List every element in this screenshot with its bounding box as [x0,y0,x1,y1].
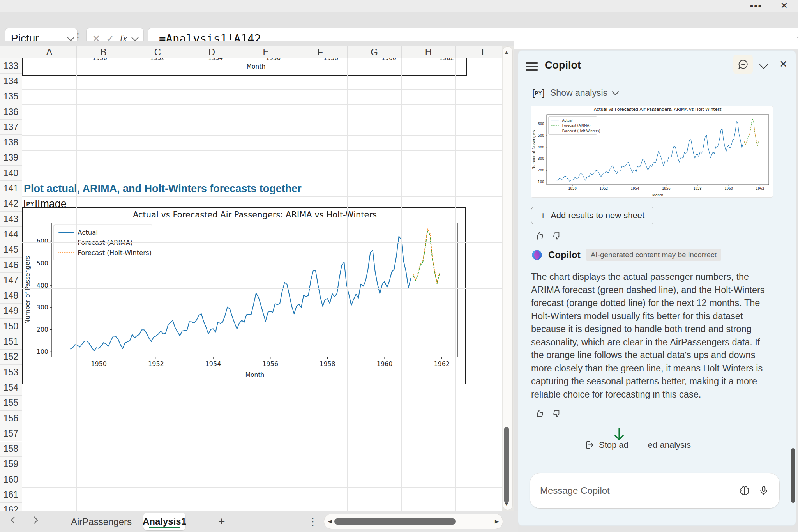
column-header-e[interactable]: E [239,46,293,58]
row-header-158[interactable]: 158 [0,442,22,457]
svg-text:300: 300 [36,304,48,311]
row-header-136[interactable]: 136 [0,104,22,120]
scroll-left-icon[interactable]: ◀ [328,518,332,524]
row-header-150[interactable]: 150 [0,319,22,334]
next-sheet-icon[interactable] [32,517,37,524]
gridline [22,411,502,411]
column-header-c[interactable]: C [131,46,185,58]
ai-disclaimer-badge: AI-generated content may be incorrect [586,249,721,261]
row-header-133[interactable]: 133 [0,58,22,74]
gridline [22,457,502,457]
row-header-152[interactable]: 152 [0,350,22,365]
row-header-156[interactable]: 156 [0,411,22,426]
row-header-145[interactable]: 145 [0,242,22,258]
row-header-148[interactable]: 148 [0,288,22,304]
gridline [22,503,502,503]
row-header-141[interactable]: 141 [0,181,22,196]
cell-a141[interactable]: Plot actual, ARIMA, and Holt-Winters for… [22,181,466,196]
microphone-icon[interactable] [758,485,769,496]
function-chevron-down-icon[interactable] [132,34,139,41]
row-header-139[interactable]: 139 [0,150,22,166]
embedded-chart-fragment[interactable]: 1950195219541956195819601962Month [22,58,467,76]
sheet-tab-airpassengers[interactable]: AirPassengers [72,511,131,532]
column-header-d[interactable]: D [185,46,239,58]
row-header-159[interactable]: 159 [0,457,22,472]
svg-text:1960: 1960 [377,360,393,368]
row-header-161[interactable]: 161 [0,487,22,502]
thumbs-down-icon[interactable] [552,408,562,419]
horizontal-scrollbar[interactable]: ◀ ▶ [324,514,503,529]
sheet-options-dots-icon[interactable]: ⋮ [308,516,318,528]
feedback-row-2 [535,408,562,419]
row-header-147[interactable]: 147 [0,273,22,288]
vertical-scrollbar[interactable]: ▲ ▼ [502,46,514,511]
svg-text:Forecast (Holt-Winters): Forecast (Holt-Winters) [78,249,152,256]
gridline [22,89,502,90]
thumbs-down-icon[interactable] [552,231,562,241]
row-header-144[interactable]: 144 [0,227,22,242]
gridline [22,365,502,365]
row-header-160[interactable]: 160 [0,472,22,487]
column-header-f[interactable]: F [293,46,348,58]
column-header-g[interactable]: G [347,46,402,58]
row-header-149[interactable]: 149 [0,304,22,319]
panel-collapse-chevron-icon[interactable] [761,62,767,69]
chart-result-card[interactable]: Actual vs Forecasted Air Passengers: ARI… [531,106,773,197]
panel-scrollbar-thumb[interactable] [791,448,795,503]
row-header-157[interactable]: 157 [0,426,22,441]
fragment-x-tick: 1962 [439,58,454,62]
column-header-b[interactable]: B [76,46,131,58]
row-header-155[interactable]: 155 [0,396,22,411]
scroll-up-icon[interactable]: ▲ [502,49,511,55]
gridline [22,396,502,396]
gridline [22,135,502,136]
sheet-tab-analysis1[interactable]: Analysis1 [143,513,185,530]
green-down-arrow-icon [612,426,627,443]
row-header-135[interactable]: 135 [0,89,22,104]
prev-sheet-icon[interactable] [12,517,17,524]
svg-text:1952: 1952 [599,187,608,191]
svg-text:400: 400 [538,145,544,149]
new-chat-button[interactable] [733,55,753,74]
sheet-tab-bar: AirPassengers Analysis1 + ⋮ ◀ ▶ [0,511,518,532]
svg-text:600: 600 [36,237,48,245]
grid-body[interactable]: 1950195219541956195819601962Month Plot a… [0,58,502,511]
row-header-143[interactable]: 143 [0,212,22,227]
menu-icon[interactable] [526,62,538,71]
row-header-134[interactable]: 134 [0,74,22,89]
row-header-142[interactable]: 142 [0,196,22,212]
window-close-icon[interactable]: ✕ [780,0,788,11]
row-header-138[interactable]: 138 [0,135,22,150]
window-more-options-icon[interactable]: ••• [750,1,762,12]
scroll-down-icon[interactable]: ▼ [502,501,511,507]
column-headers: ABCDEFGHI [0,46,502,59]
stop-advanced-analysis-button[interactable]: Stop ad ed analysis [584,440,691,450]
gridline [293,58,293,511]
add-sheet-button[interactable]: + [218,515,225,528]
column-header-h[interactable]: H [401,46,456,58]
panel-close-icon[interactable]: ✕ [779,58,787,70]
scroll-to-latest-button[interactable] [612,426,627,444]
vertical-scrollbar-thumb[interactable] [504,427,509,503]
message-copilot-input[interactable]: Message Copilot [530,473,779,508]
row-header-146[interactable]: 146 [0,258,22,273]
row-header-153[interactable]: 153 [0,365,22,380]
add-results-button[interactable]: + Add results to new sheet [531,207,653,224]
row-header-154[interactable]: 154 [0,380,22,395]
horizontal-scrollbar-thumb[interactable] [334,518,456,525]
show-analysis-toggle[interactable]: [PY] Show analysis [532,87,618,98]
thumbs-up-icon[interactable] [535,231,545,241]
column-header-a[interactable]: A [22,46,77,58]
row-header-137[interactable]: 137 [0,120,22,135]
thumbs-up-icon[interactable] [535,408,545,419]
embedded-chart-image[interactable]: Actual vs Forecasted Air Passengers: ARI… [22,207,466,384]
scroll-right-icon[interactable]: ▶ [495,518,499,524]
gridline [22,350,502,350]
gridline [239,58,239,511]
svg-text:Actual: Actual [562,118,573,122]
row-header-140[interactable]: 140 [0,166,22,181]
advanced-analysis-brain-icon[interactable] [739,485,750,497]
row-header-151[interactable]: 151 [0,334,22,349]
row-header-162[interactable]: 162 [0,503,22,511]
gridline [22,334,502,334]
